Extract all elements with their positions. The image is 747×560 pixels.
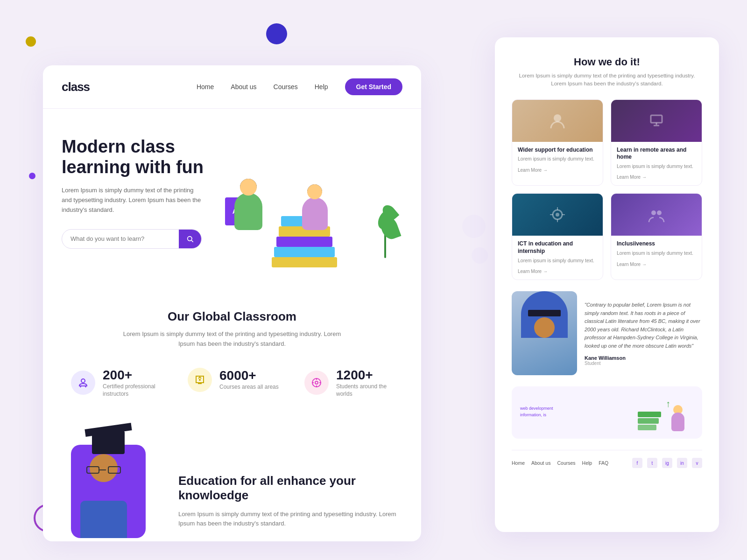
dev-tags: web development information, is: [520, 406, 632, 419]
education-description: Lorem Ipsum is simply dummy text of the …: [178, 510, 402, 529]
feature-card-3: ICT in education and internship Lorem ip…: [512, 193, 603, 280]
decorative-circle-right-2: [472, 247, 488, 264]
feature-desc-3: Lorem ipsum is simply dummy text.: [518, 257, 597, 264]
social-vimeo-icon[interactable]: v: [692, 458, 702, 468]
search-bar: [62, 229, 202, 249]
dev-person-body: [671, 413, 684, 431]
social-twitter-icon[interactable]: t: [647, 458, 657, 468]
search-input[interactable]: [62, 230, 179, 248]
book-2: [274, 247, 335, 257]
search-icon: [186, 235, 194, 243]
social-linkedin-icon[interactable]: in: [677, 458, 687, 468]
stat-icon-instructors: [71, 371, 95, 395]
feature-image-2: [611, 100, 702, 142]
stat-item-students: 1200+ Students around the worlds: [304, 368, 402, 399]
stat-icon-students: [304, 371, 329, 395]
footer-link-faq[interactable]: FAQ: [599, 460, 608, 466]
dev-tag-1: web development: [520, 406, 632, 411]
feature-title-2: Learn in remote areas and home: [617, 147, 696, 161]
social-instagram-icon[interactable]: ig: [662, 458, 672, 468]
hero-section: Modern class learning with fun Lorem Ips…: [43, 109, 421, 286]
dev-illustration: ↑: [638, 394, 694, 431]
testimonial-quote: "Contrary to popular belief, Lorem Ipsum…: [585, 301, 702, 350]
student-figure-1: A+: [234, 193, 262, 230]
graduation-hat: [76, 426, 141, 454]
feature-card-body-4: Inclusiiveness Lorem ipsum is simply dum…: [611, 236, 702, 272]
nav-home[interactable]: Home: [197, 83, 214, 91]
nav-about[interactable]: About us: [231, 83, 256, 91]
feature-image-1: [512, 100, 603, 142]
social-icons: f t ig in v: [632, 458, 702, 468]
testimonial-section: "Contrary to popular belief, Lorem Ipsum…: [512, 291, 702, 375]
feature-card-body-3: ICT in education and internship Lorem ip…: [512, 236, 603, 280]
learn-more-4[interactable]: Learn More →: [617, 262, 647, 267]
footer-link-home[interactable]: Home: [512, 460, 525, 466]
svg-rect-7: [651, 115, 662, 123]
learn-more-2[interactable]: Learn More →: [617, 175, 647, 180]
stat-label-instructors: Certified professional instructors: [103, 383, 169, 399]
glasses-left: [86, 466, 99, 474]
svg-point-6: [554, 114, 561, 122]
footer-link-help[interactable]: Help: [582, 460, 592, 466]
logo: class: [62, 80, 90, 94]
social-facebook-icon[interactable]: f: [632, 458, 642, 468]
graduate-photo-area: [62, 426, 164, 538]
glasses-right: [108, 466, 121, 474]
testimonial-name: Kane Williamson: [585, 355, 702, 361]
feature-desc-2: Lorem ipsum is simply dummy text.: [617, 163, 696, 170]
how-description: Lorem Ipsum is simply dummy text of the …: [512, 72, 702, 88]
stat-label-students: Students around the worlds: [336, 383, 402, 399]
stats-description: Lorem Ipsum is simply dummy text of the …: [115, 329, 349, 349]
feature-desc-1: Lorem ipsum is simply dummy text.: [518, 155, 597, 162]
nav-links: Home About us Courses Help Get Started: [197, 78, 402, 95]
glasses-bridge: [99, 469, 106, 470]
dev-book-2: [638, 418, 659, 424]
nav-help[interactable]: Help: [315, 83, 328, 91]
student-figure-2: [302, 197, 328, 230]
stat-item-instructors: 200+ Certified professional instructors: [71, 368, 169, 399]
hero-description: Lorem Ipsum is simply dummy text of the …: [62, 186, 202, 215]
testimonial-role: Student: [585, 361, 702, 366]
feature-card-body-1: Wider support for education Lorem ipsum …: [512, 142, 603, 178]
search-button[interactable]: [179, 230, 201, 248]
stat-text-instructors: 200+ Certified professional instructors: [103, 368, 169, 399]
footer-link-about[interactable]: About us: [531, 460, 550, 466]
feature-card-body-2: Learn in remote areas and home Lorem ips…: [611, 142, 702, 186]
how-title: How we do it!: [512, 56, 702, 68]
testi-head: [534, 317, 555, 338]
decorative-circle-right-1: [462, 215, 486, 238]
nav-courses[interactable]: Courses: [274, 83, 298, 91]
testimonial-text: "Contrary to popular belief, Lorem Ipsum…: [585, 291, 702, 375]
stats-row: 200+ Certified professional instructors: [62, 368, 402, 399]
person-body-2: [302, 197, 328, 230]
get-started-button[interactable]: Get Started: [345, 78, 402, 95]
right-footer: Home About us Courses Help FAQ f t ig in…: [512, 450, 702, 468]
graduate-glasses: [86, 466, 121, 474]
svg-point-10: [651, 210, 656, 215]
education-text: Education for all enhance your knowloedg…: [178, 474, 402, 538]
dev-section: web development information, is ↑: [512, 386, 702, 439]
stat-number-students: 1200+: [336, 368, 402, 383]
education-title: Education for all enhance your knowloedg…: [178, 474, 402, 503]
testi-hat: [528, 310, 561, 316]
stat-icon-courses: [188, 368, 212, 392]
dev-arrow-icon: ↑: [666, 399, 670, 409]
main-card: class Home About us Courses Help Get Sta…: [43, 65, 421, 541]
hat-body: [92, 431, 125, 454]
footer-links: Home About us Courses Help FAQ: [512, 460, 608, 466]
stat-text-courses: 6000+ Courses areas all areas: [219, 368, 279, 391]
testimonial-photo: [512, 291, 577, 375]
right-panel-card: How we do it! Lorem Ipsum is simply dumm…: [495, 37, 719, 532]
stat-number-instructors: 200+: [103, 368, 169, 383]
hero-illustration: A+: [230, 127, 402, 267]
footer-link-courses[interactable]: Courses: [557, 460, 575, 466]
feature-title-3: ICT in education and internship: [518, 240, 597, 255]
feature-title-1: Wider support for education: [518, 147, 597, 154]
svg-point-5: [315, 381, 318, 384]
learn-more-3[interactable]: Learn More →: [518, 269, 548, 274]
dev-book-3: [638, 425, 656, 430]
person-head-1: [240, 179, 257, 196]
feature-card-2: Learn in remote areas and home Lorem ips…: [611, 99, 702, 186]
dev-books: [638, 412, 661, 431]
learn-more-1[interactable]: Learn More →: [518, 168, 548, 173]
